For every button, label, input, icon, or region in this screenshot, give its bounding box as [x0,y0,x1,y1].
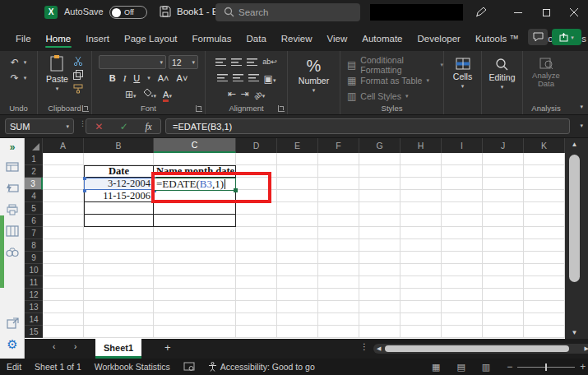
cell-k1[interactable] [524,153,565,165]
cell-c12[interactable] [154,289,236,301]
format-as-table-button[interactable]: ▦ Format as Table▾ [340,72,443,88]
cell-e14[interactable] [277,313,318,326]
tab-page-layout[interactable]: Page Layout [117,34,185,51]
clipboard-dialog-launcher[interactable] [82,105,89,112]
chevron-down-icon[interactable]: ▾ [24,59,27,65]
column-header-e[interactable]: E [277,138,318,153]
cell-c2[interactable]: Name month date [154,165,236,178]
cell-a6[interactable] [43,215,84,227]
new-sheet-button[interactable]: + [164,341,171,354]
cell-h2[interactable] [400,165,442,178]
cell-h4[interactable] [400,190,442,202]
cell-g15[interactable] [359,326,400,338]
cell-b3[interactable]: 3-12-2004 [84,178,154,190]
cell-k3[interactable] [524,178,565,190]
row-header-15[interactable]: 15 [25,326,43,338]
cell-g9[interactable] [359,252,400,264]
column-header-c[interactable]: C [154,138,236,153]
column-header-f[interactable]: F [318,138,359,153]
zoom-slider-thumb[interactable] [545,363,547,371]
sheet-count[interactable]: Sheet 1 of 1 [35,362,81,372]
chevron-down-icon[interactable]: ▾ [154,93,157,99]
horizontal-scroll-thumb[interactable] [385,345,569,352]
increase-font-button[interactable]: A˄ [158,73,169,83]
cell-g2[interactable] [359,165,400,178]
column-header-i[interactable]: I [442,138,483,153]
next-sheet-icon[interactable]: › [74,342,76,351]
cell-g4[interactable] [359,190,400,202]
cell-a8[interactable] [43,239,84,252]
undo-button[interactable]: ↶▾ [11,54,27,70]
row-header-10[interactable]: 10 [25,264,43,276]
cell-d4[interactable] [236,190,277,202]
cell-a12[interactable] [43,289,84,301]
cell-a1[interactable] [43,153,84,165]
name-box[interactable]: SUM ▾ [5,118,74,134]
cell-i9[interactable] [442,252,483,264]
cell-d2[interactable] [236,165,277,178]
row-header-7[interactable]: 7 [25,227,43,239]
cell-c10[interactable] [154,264,236,276]
zoom-out-icon[interactable]: − [507,361,512,373]
scroll-down-icon[interactable]: ▼ [565,329,584,336]
chevron-down-icon[interactable]: ▾ [273,77,276,83]
popout-window-icon[interactable] [0,317,25,329]
cell-k12[interactable] [524,289,565,301]
cell-b7[interactable] [84,227,154,239]
row-header-2[interactable]: 2 [25,165,43,178]
cell-b1[interactable] [84,153,154,165]
chevron-down-icon[interactable]: ▾ [169,93,172,99]
cell-i6[interactable] [442,215,483,227]
cell-i5[interactable] [442,202,483,215]
chevron-down-icon[interactable]: ▾ [147,75,150,81]
cell-c15[interactable] [154,326,236,338]
tabbar-kebab-icon[interactable]: ⋮ [360,342,368,351]
row-header-5[interactable]: 5 [25,202,43,215]
cell-f7[interactable] [318,227,359,239]
cell-f6[interactable] [318,215,359,227]
cell-i4[interactable] [442,190,483,202]
cell-a9[interactable] [43,252,84,264]
cell-b13[interactable] [84,301,154,313]
cell-g5[interactable] [359,202,400,215]
conditional-formatting-button[interactable]: ▤ Conditional Formatting▾ [340,57,443,72]
merge-center-button[interactable]: ▣▾ [264,71,276,86]
normal-view-icon[interactable]: ▦ [432,362,440,373]
cell-a10[interactable] [43,264,84,276]
tab-insert[interactable]: Insert [78,34,117,51]
underline-button[interactable]: U [133,73,140,83]
printer-icon[interactable] [0,204,25,215]
maximize-button[interactable] [532,0,560,25]
cell-g11[interactable] [359,276,400,289]
cell-k7[interactable] [524,227,565,239]
cell-j1[interactable] [483,153,524,165]
row-header-14[interactable]: 14 [25,313,43,326]
cell-a13[interactable] [43,301,84,313]
cell-e2[interactable] [277,165,318,178]
cell-j6[interactable] [483,215,524,227]
cell-e10[interactable] [277,264,318,276]
cell-c4[interactable] [154,190,236,202]
cell-e7[interactable] [277,227,318,239]
close-button[interactable] [560,0,588,25]
cell-b9[interactable] [84,252,154,264]
increase-indent-button[interactable]: ⇥ [241,89,249,99]
cell-a5[interactable] [43,202,84,215]
cell-d10[interactable] [236,264,277,276]
scroll-up-icon[interactable]: ▲ [565,141,584,148]
align-right-button[interactable] [248,74,259,81]
cells-button[interactable]: Cells ▾ [453,54,472,89]
minimize-button[interactable] [504,0,532,25]
cell-k4[interactable] [524,190,565,202]
cell-j7[interactable] [483,227,524,239]
cell-i7[interactable] [442,227,483,239]
collapse-ribbon-icon[interactable]: ▾ [580,104,583,109]
column-header-g[interactable]: G [359,138,400,153]
row-header-11[interactable]: 11 [25,276,43,289]
cell-j15[interactable] [483,326,524,338]
column-header-d[interactable]: D [236,138,277,153]
chevron-down-icon[interactable]: ▾ [56,86,59,91]
orientation-button[interactable]: ab▾ [254,86,266,101]
cell-j11[interactable] [483,276,524,289]
account-area-redacted[interactable] [370,4,463,21]
